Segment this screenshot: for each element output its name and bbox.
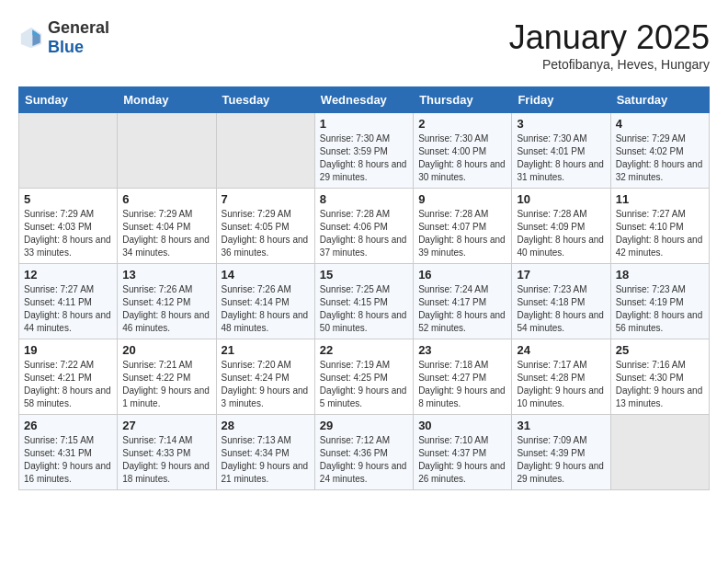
calendar-cell: 8Sunrise: 7:28 AM Sunset: 4:06 PM Daylig… [314,189,413,264]
header: General Blue January 2025 Petofibanya, H… [18,18,710,72]
calendar-cell: 17Sunrise: 7:23 AM Sunset: 4:18 PM Dayli… [512,264,610,339]
cell-content: Sunrise: 7:26 AM Sunset: 4:14 PM Dayligh… [222,283,310,335]
calendar-cell: 7Sunrise: 7:29 AM Sunset: 4:05 PM Daylig… [216,189,314,264]
day-number: 24 [517,343,605,357]
cell-content: Sunrise: 7:26 AM Sunset: 4:12 PM Dayligh… [122,283,210,335]
day-number: 4 [616,117,704,131]
day-number: 14 [222,268,310,282]
title-section: January 2025 Petofibanya, Heves, Hungary [509,18,710,72]
cell-content: Sunrise: 7:30 AM Sunset: 3:59 PM Dayligh… [320,132,408,184]
calendar-cell: 18Sunrise: 7:23 AM Sunset: 4:19 PM Dayli… [610,264,709,339]
calendar-cell: 6Sunrise: 7:29 AM Sunset: 4:04 PM Daylig… [118,189,216,264]
day-number: 17 [517,268,605,282]
calendar-cell: 28Sunrise: 7:13 AM Sunset: 4:34 PM Dayli… [216,415,314,490]
calendar-cell: 16Sunrise: 7:24 AM Sunset: 4:17 PM Dayli… [414,264,512,339]
calendar-cell [19,113,118,189]
day-number: 28 [222,419,310,432]
cell-content: Sunrise: 7:27 AM Sunset: 4:10 PM Dayligh… [616,208,704,259]
day-number: 16 [418,268,506,282]
cell-content: Sunrise: 7:23 AM Sunset: 4:19 PM Dayligh… [616,283,704,335]
cell-content: Sunrise: 7:13 AM Sunset: 4:34 PM Dayligh… [222,434,310,486]
day-number: 31 [517,419,605,432]
calendar-cell: 26Sunrise: 7:15 AM Sunset: 4:31 PM Dayli… [19,415,118,490]
calendar-cell: 1Sunrise: 7:30 AM Sunset: 3:59 PM Daylig… [314,113,413,189]
day-number: 8 [320,192,408,206]
cell-content: Sunrise: 7:10 AM Sunset: 4:37 PM Dayligh… [418,434,506,486]
day-header-saturday: Saturday [610,87,709,113]
day-number: 15 [320,268,408,282]
cell-content: Sunrise: 7:14 AM Sunset: 4:33 PM Dayligh… [122,434,210,486]
day-number: 1 [320,117,408,131]
calendar-cell: 10Sunrise: 7:28 AM Sunset: 4:09 PM Dayli… [512,189,610,264]
day-number: 3 [517,117,605,131]
calendar-cell: 19Sunrise: 7:22 AM Sunset: 4:21 PM Dayli… [19,339,118,415]
calendar-cell [610,415,709,490]
calendar-cell: 11Sunrise: 7:27 AM Sunset: 4:10 PM Dayli… [610,189,709,264]
calendar-cell [118,113,216,189]
calendar-cell: 14Sunrise: 7:26 AM Sunset: 4:14 PM Dayli… [216,264,314,339]
cell-content: Sunrise: 7:29 AM Sunset: 4:04 PM Dayligh… [122,208,210,259]
cell-content: Sunrise: 7:21 AM Sunset: 4:22 PM Dayligh… [122,359,210,410]
logo-icon [18,25,44,51]
cell-content: Sunrise: 7:18 AM Sunset: 4:27 PM Dayligh… [418,359,506,410]
calendar-cell: 21Sunrise: 7:20 AM Sunset: 4:24 PM Dayli… [216,339,314,415]
day-number: 11 [616,192,704,206]
day-number: 2 [418,117,506,131]
cell-content: Sunrise: 7:25 AM Sunset: 4:15 PM Dayligh… [320,283,408,335]
week-row-3: 12Sunrise: 7:27 AM Sunset: 4:11 PM Dayli… [19,264,710,339]
cell-content: Sunrise: 7:09 AM Sunset: 4:39 PM Dayligh… [517,434,605,486]
day-number: 22 [320,343,408,357]
day-header-sunday: Sunday [19,87,118,113]
cell-content: Sunrise: 7:17 AM Sunset: 4:28 PM Dayligh… [517,359,605,410]
calendar-cell: 24Sunrise: 7:17 AM Sunset: 4:28 PM Dayli… [512,339,610,415]
week-row-1: 1Sunrise: 7:30 AM Sunset: 3:59 PM Daylig… [19,113,710,189]
calendar-cell: 31Sunrise: 7:09 AM Sunset: 4:39 PM Dayli… [512,415,610,490]
calendar-cell: 27Sunrise: 7:14 AM Sunset: 4:33 PM Dayli… [118,415,216,490]
day-number: 29 [320,419,408,432]
week-row-2: 5Sunrise: 7:29 AM Sunset: 4:03 PM Daylig… [19,189,710,264]
calendar-table: SundayMondayTuesdayWednesdayThursdayFrid… [18,86,710,490]
day-number: 18 [616,268,704,282]
day-number: 12 [24,268,112,282]
day-number: 6 [122,192,210,206]
calendar-cell: 3Sunrise: 7:30 AM Sunset: 4:01 PM Daylig… [512,113,610,189]
cell-content: Sunrise: 7:30 AM Sunset: 4:00 PM Dayligh… [418,132,506,184]
cell-content: Sunrise: 7:27 AM Sunset: 4:11 PM Dayligh… [24,283,112,335]
calendar-cell: 29Sunrise: 7:12 AM Sunset: 4:36 PM Dayli… [314,415,413,490]
day-header-friday: Friday [512,87,610,113]
day-number: 30 [418,419,506,432]
cell-content: Sunrise: 7:28 AM Sunset: 4:07 PM Dayligh… [418,208,506,259]
calendar-cell: 23Sunrise: 7:18 AM Sunset: 4:27 PM Dayli… [414,339,512,415]
day-number: 10 [517,192,605,206]
calendar-cell: 25Sunrise: 7:16 AM Sunset: 4:30 PM Dayli… [610,339,709,415]
month-title: January 2025 [509,18,710,57]
day-number: 27 [122,419,210,432]
day-header-tuesday: Tuesday [216,87,314,113]
cell-content: Sunrise: 7:29 AM Sunset: 4:02 PM Dayligh… [616,132,704,184]
cell-content: Sunrise: 7:23 AM Sunset: 4:18 PM Dayligh… [517,283,605,335]
cell-content: Sunrise: 7:19 AM Sunset: 4:25 PM Dayligh… [320,359,408,410]
calendar-cell [216,113,314,189]
day-header-wednesday: Wednesday [314,87,413,113]
day-number: 20 [122,343,210,357]
week-row-4: 19Sunrise: 7:22 AM Sunset: 4:21 PM Dayli… [19,339,710,415]
calendar-cell: 12Sunrise: 7:27 AM Sunset: 4:11 PM Dayli… [19,264,118,339]
cell-content: Sunrise: 7:12 AM Sunset: 4:36 PM Dayligh… [320,434,408,486]
calendar-cell: 30Sunrise: 7:10 AM Sunset: 4:37 PM Dayli… [414,415,512,490]
week-row-5: 26Sunrise: 7:15 AM Sunset: 4:31 PM Dayli… [19,415,710,490]
day-number: 5 [24,192,112,206]
cell-content: Sunrise: 7:29 AM Sunset: 4:03 PM Dayligh… [24,208,112,259]
calendar-cell: 9Sunrise: 7:28 AM Sunset: 4:07 PM Daylig… [414,189,512,264]
calendar-cell: 4Sunrise: 7:29 AM Sunset: 4:02 PM Daylig… [610,113,709,189]
cell-content: Sunrise: 7:30 AM Sunset: 4:01 PM Dayligh… [517,132,605,184]
cell-content: Sunrise: 7:22 AM Sunset: 4:21 PM Dayligh… [24,359,112,410]
logo: General Blue [18,18,109,57]
logo-text: General Blue [48,18,109,57]
day-number: 9 [418,192,506,206]
cell-content: Sunrise: 7:29 AM Sunset: 4:05 PM Dayligh… [222,208,310,259]
day-number: 21 [222,343,310,357]
cell-content: Sunrise: 7:28 AM Sunset: 4:06 PM Dayligh… [320,208,408,259]
header-row: SundayMondayTuesdayWednesdayThursdayFrid… [19,87,710,113]
calendar-cell: 20Sunrise: 7:21 AM Sunset: 4:22 PM Dayli… [118,339,216,415]
day-number: 23 [418,343,506,357]
